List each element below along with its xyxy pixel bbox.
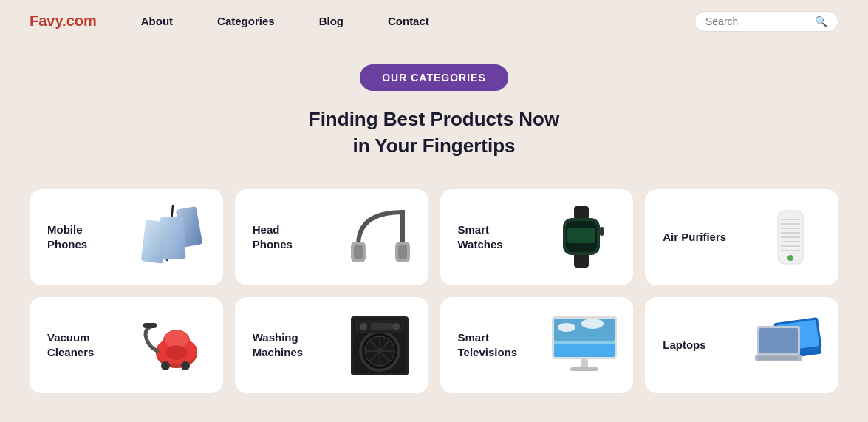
- nav-categories[interactable]: Categories: [217, 15, 275, 27]
- nav-contact[interactable]: Contact: [388, 15, 429, 27]
- categories-grid: MobilePhones: [0, 174, 868, 415]
- category-card-mobile-phones[interactable]: MobilePhones: [30, 189, 223, 285]
- category-card-smart-televisions[interactable]: SmartTelevisions: [440, 297, 634, 393]
- svg-rect-7: [398, 245, 407, 259]
- logo[interactable]: Favy.com: [30, 13, 97, 30]
- svg-point-23: [787, 255, 793, 261]
- nav-blog[interactable]: Blog: [319, 15, 344, 27]
- hero-title-line2: in Your Fingertips: [352, 135, 515, 157]
- svg-point-49: [581, 319, 604, 329]
- hero-section: OUR CATEGORIES Finding Best Products Now…: [0, 42, 868, 174]
- svg-rect-50: [554, 344, 615, 357]
- svg-point-42: [360, 323, 367, 330]
- svg-point-30: [181, 361, 190, 370]
- hero-title-line1: Finding Best Products Now: [309, 108, 559, 130]
- mobile-phones-icon: [134, 204, 216, 270]
- svg-point-29: [161, 361, 170, 370]
- svg-rect-13: [600, 227, 604, 236]
- category-label: WashingMachines: [253, 330, 303, 359]
- search-icon[interactable]: 🔍: [815, 16, 827, 27]
- category-label: SmartWatches: [458, 222, 503, 251]
- svg-rect-52: [570, 367, 598, 371]
- category-card-washing-machines[interactable]: WashingMachines: [235, 297, 428, 393]
- nav-links: About Categories Blog Contact: [141, 15, 694, 27]
- category-card-head-phones[interactable]: HeadPhones: [235, 189, 428, 285]
- category-label: VacuumCleaners: [47, 330, 94, 359]
- svg-point-48: [558, 323, 575, 332]
- category-label: Air Purifiers: [663, 230, 726, 245]
- air-purifier-icon: [750, 204, 831, 270]
- search-bar: 🔍: [694, 11, 838, 32]
- hero-title: Finding Best Products Now in Your Finger…: [0, 106, 868, 160]
- category-label: MobilePhones: [47, 222, 87, 251]
- svg-point-31: [166, 345, 187, 360]
- svg-rect-51: [581, 359, 588, 368]
- category-label: Laptops: [663, 338, 705, 353]
- vacuum-icon: [134, 312, 216, 378]
- svg-rect-44: [371, 323, 392, 330]
- svg-rect-5: [354, 245, 363, 259]
- smartwatch-icon: [544, 204, 626, 270]
- washing-machine-icon: [340, 312, 421, 378]
- category-card-air-purifiers[interactable]: Air Purifiers: [645, 189, 838, 285]
- svg-rect-60: [758, 356, 798, 360]
- category-card-laptops[interactable]: Laptops: [645, 297, 838, 393]
- svg-rect-58: [759, 328, 798, 353]
- category-card-vacuum-cleaners[interactable]: VacuumCleaners: [30, 297, 223, 393]
- svg-point-43: [392, 323, 400, 330]
- headphones-icon: [340, 204, 421, 270]
- nav-about[interactable]: About: [141, 15, 173, 27]
- laptop-icon: [750, 312, 831, 378]
- navbar: Favy.com About Categories Blog Contact 🔍: [0, 0, 868, 42]
- category-card-smart-watches[interactable]: SmartWatches: [440, 189, 634, 285]
- category-label: HeadPhones: [253, 222, 293, 251]
- category-label: SmartTelevisions: [458, 330, 518, 359]
- tv-icon: [544, 312, 626, 378]
- svg-rect-12: [567, 228, 595, 243]
- categories-badge: OUR CATEGORIES: [360, 64, 508, 91]
- search-input[interactable]: [705, 16, 809, 27]
- svg-rect-28: [143, 323, 157, 328]
- svg-rect-8: [574, 206, 589, 219]
